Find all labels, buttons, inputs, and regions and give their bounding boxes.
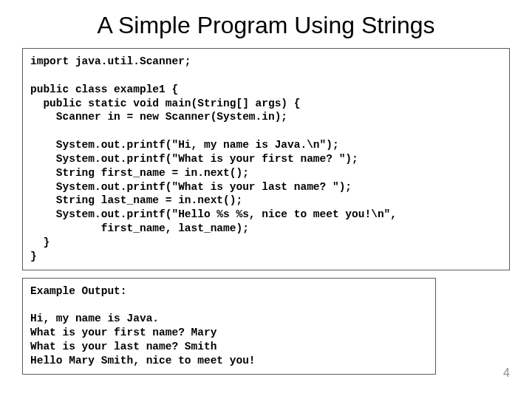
slide-title: A Simple Program Using Strings bbox=[0, 0, 532, 48]
page-number: 4 bbox=[503, 366, 510, 380]
code-block: import java.util.Scanner; public class e… bbox=[22, 48, 510, 270]
output-block: Example Output: Hi, my name is Java. Wha… bbox=[22, 278, 436, 375]
